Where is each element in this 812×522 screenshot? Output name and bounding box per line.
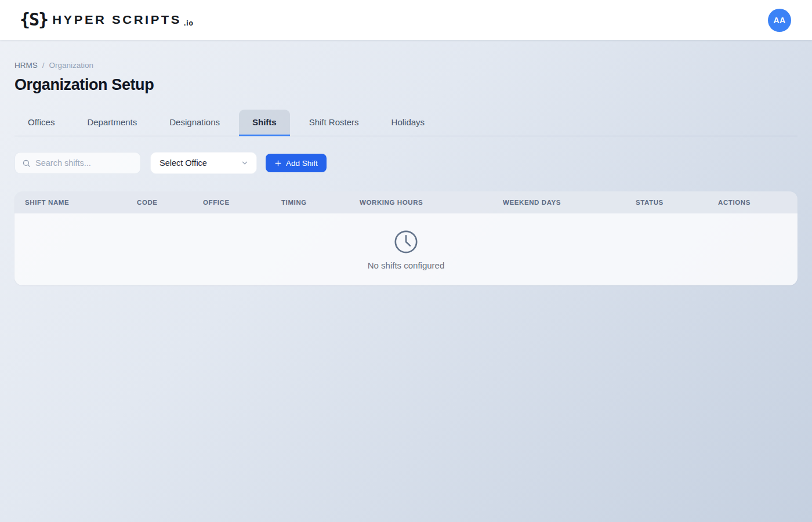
office-select[interactable]: Select Office <box>150 152 257 174</box>
tab-shifts[interactable]: Shifts <box>239 110 290 136</box>
add-shift-label: Add Shift <box>286 159 318 168</box>
tab-designations[interactable]: Designations <box>156 110 233 136</box>
tab-shift-rosters[interactable]: Shift Rosters <box>296 110 372 136</box>
app-header: {S} HYPER SCRIPTS .io AA <box>0 0 812 40</box>
clock-icon <box>393 229 419 255</box>
search-box <box>14 152 141 174</box>
column-actions: Actions <box>708 199 798 206</box>
search-icon <box>22 159 31 168</box>
column-weekend-days: Weekend Days <box>492 199 625 206</box>
logo-mark-icon: {S} <box>20 11 48 28</box>
tab-offices[interactable]: Offices <box>14 110 68 136</box>
tab-departments[interactable]: Departments <box>74 110 150 136</box>
column-working-hours: Working Hours <box>349 199 492 206</box>
empty-state-message: No shifts configured <box>368 260 445 270</box>
logo-wordmark: HYPER SCRIPTS <box>52 13 182 27</box>
filter-row: Select Office Add Shift <box>14 152 798 174</box>
table-header-row: Shift Name Code Office Timing Working Ho… <box>14 191 798 213</box>
office-select-value: Select Office <box>160 158 207 168</box>
column-office: Office <box>193 199 271 206</box>
page-title: Organization Setup <box>14 76 798 94</box>
plus-icon <box>274 160 282 167</box>
breadcrumb-hrms[interactable]: HRMS <box>14 61 38 70</box>
breadcrumb: HRMS / Organization <box>14 61 798 70</box>
breadcrumb-organization: Organization <box>49 61 94 70</box>
tab-bar: Offices Departments Designations Shifts … <box>14 110 798 136</box>
column-timing: Timing <box>271 199 349 206</box>
column-code: Code <box>126 199 193 206</box>
table-empty-state: No shifts configured <box>14 213 798 285</box>
logo-suffix: .io <box>184 19 194 29</box>
column-shift-name: Shift Name <box>14 199 126 206</box>
breadcrumb-separator: / <box>42 61 45 70</box>
shifts-table: Shift Name Code Office Timing Working Ho… <box>14 191 798 285</box>
chevron-down-icon <box>241 159 249 167</box>
main-content: HRMS / Organization Organization Setup O… <box>0 40 812 285</box>
user-avatar[interactable]: AA <box>768 9 791 32</box>
tab-holidays[interactable]: Holidays <box>378 110 438 136</box>
search-input[interactable] <box>35 158 133 168</box>
add-shift-button[interactable]: Add Shift <box>266 154 327 172</box>
app-logo[interactable]: {S} HYPER SCRIPTS .io <box>20 12 194 29</box>
column-status: Status <box>625 199 708 206</box>
